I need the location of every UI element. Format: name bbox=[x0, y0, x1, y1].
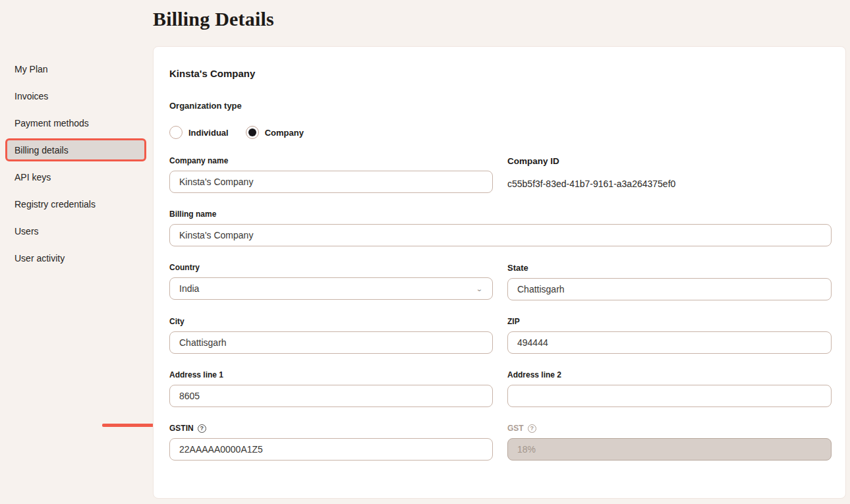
company-id-label: Company ID bbox=[507, 156, 832, 166]
city-field-group: City bbox=[169, 317, 493, 354]
sidebar-item-api-keys[interactable]: API keys bbox=[5, 165, 146, 188]
page-title: Billing Details bbox=[153, 8, 274, 30]
gstin-help-icon[interactable]: ? bbox=[198, 424, 206, 433]
address-line-1-input[interactable] bbox=[169, 385, 493, 407]
annotation-arrow-shaft bbox=[102, 424, 157, 427]
radio-company-circle-icon bbox=[246, 126, 259, 139]
state-label: State bbox=[507, 263, 832, 273]
address-line-2-field-group: Address line 2 bbox=[507, 370, 832, 407]
sidebar-item-my-plan[interactable]: My Plan bbox=[5, 57, 146, 80]
sidebar-item-payment-methods[interactable]: Payment methods bbox=[5, 111, 146, 134]
sidebar-item-users[interactable]: Users bbox=[5, 219, 146, 242]
zip-input[interactable] bbox=[507, 331, 832, 354]
gst-help-icon[interactable]: ? bbox=[528, 424, 536, 433]
sidebar-item-invoices[interactable]: Invoices bbox=[5, 84, 146, 107]
country-label: Country bbox=[169, 263, 493, 272]
company-id-field-group: Company ID c55b5f3f-83ed-41b7-9161-a3a26… bbox=[507, 156, 832, 193]
gstin-label-text: GSTIN bbox=[169, 424, 194, 433]
billing-details-page: Billing Details My Plan Invoices Payment… bbox=[0, 0, 850, 504]
gst-field-group: GST ? bbox=[507, 424, 832, 461]
country-select[interactable]: India ⌄ bbox=[169, 277, 493, 300]
country-selected-value: India bbox=[179, 283, 199, 294]
company-name-field-group: Company name bbox=[169, 156, 493, 193]
billing-name-label: Billing name bbox=[169, 210, 832, 219]
company-heading: Kinsta's Company bbox=[169, 68, 830, 79]
radio-individual[interactable]: Individual bbox=[169, 126, 229, 139]
zip-label: ZIP bbox=[507, 317, 832, 326]
company-name-label: Company name bbox=[169, 156, 493, 165]
billing-name-input[interactable] bbox=[169, 224, 832, 246]
sidebar-item-billing-details[interactable]: Billing details bbox=[5, 138, 146, 161]
billing-details-card: Kinsta's Company Organization type Indiv… bbox=[153, 46, 846, 499]
sidebar-nav: My Plan Invoices Payment methods Billing… bbox=[0, 57, 153, 273]
gstin-input[interactable] bbox=[169, 438, 493, 461]
chevron-down-icon: ⌄ bbox=[476, 285, 483, 292]
billing-name-field-group: Billing name bbox=[169, 210, 832, 246]
sidebar-item-registry-credentials[interactable]: Registry credentials bbox=[5, 192, 146, 215]
organization-type-label: Organization type bbox=[169, 101, 830, 111]
address-line-2-input[interactable] bbox=[507, 385, 832, 407]
address-line-1-field-group: Address line 1 bbox=[169, 370, 493, 407]
state-input[interactable] bbox=[507, 278, 832, 300]
sidebar-item-user-activity[interactable]: User activity bbox=[5, 246, 146, 269]
gstin-field-group: GSTIN ? bbox=[169, 424, 493, 461]
city-input[interactable] bbox=[169, 331, 493, 354]
radio-individual-circle-icon bbox=[169, 126, 183, 139]
gst-label-text: GST bbox=[507, 424, 524, 433]
address-line-1-label: Address line 1 bbox=[169, 370, 493, 379]
country-field-group: Country India ⌄ bbox=[169, 263, 493, 300]
company-name-input[interactable] bbox=[169, 171, 493, 193]
state-field-group: State bbox=[507, 263, 832, 300]
gst-label: GST ? bbox=[507, 424, 832, 433]
radio-individual-label: Individual bbox=[188, 128, 229, 138]
gstin-label: GSTIN ? bbox=[169, 424, 493, 433]
radio-company[interactable]: Company bbox=[246, 126, 304, 139]
city-label: City bbox=[169, 317, 493, 326]
company-id-value: c55b5f3f-83ed-41b7-9161-a3a264375ef0 bbox=[507, 173, 832, 189]
zip-field-group: ZIP bbox=[507, 317, 832, 354]
radio-company-label: Company bbox=[265, 128, 304, 138]
gst-input bbox=[507, 438, 832, 461]
address-line-2-label: Address line 2 bbox=[507, 370, 832, 379]
organization-type-radio-group: Individual Company bbox=[169, 126, 830, 139]
billing-form: Company name Company ID c55b5f3f-83ed-41… bbox=[169, 156, 830, 477]
